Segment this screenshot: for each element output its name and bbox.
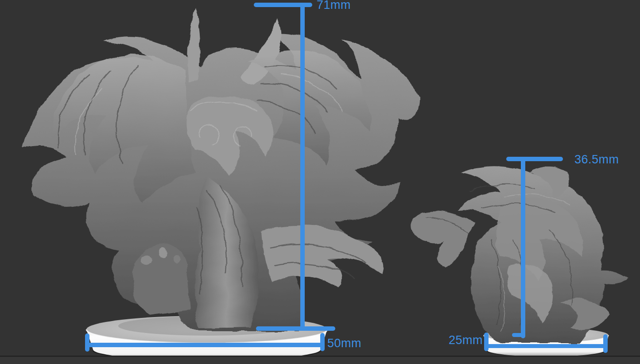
width-dimension-large-right-cap [320, 333, 325, 351]
height-dimension-large-stem [300, 4, 305, 330]
small-model-render [411, 167, 628, 343]
render-viewport: 71mm 50mm 36.5mm 25mm [0, 0, 640, 364]
width-dimension-large-left-cap [85, 333, 89, 352]
width-dimension-small-right-cap [603, 334, 608, 353]
width-dimension-small-left-cap [484, 333, 489, 351]
width-dimension-large-line [87, 343, 324, 347]
height-dimension-small-top-tick [506, 157, 563, 161]
height-dimension-small-stem [521, 158, 525, 338]
horn [188, 10, 200, 82]
height-label-large: 71mm [317, 0, 351, 11]
height-label-small: 36.5mm [574, 154, 619, 166]
width-label-large: 50mm [327, 337, 361, 349]
width-dimension-small-line [486, 344, 606, 348]
large-model-render [23, 10, 419, 331]
floor-strip [0, 357, 640, 364]
scene-render [0, 0, 640, 364]
height-dimension-small-bottom-tick [512, 333, 525, 337]
width-label-small: 25mm [449, 334, 483, 346]
height-dimension-large-bottom-tick [256, 326, 335, 331]
